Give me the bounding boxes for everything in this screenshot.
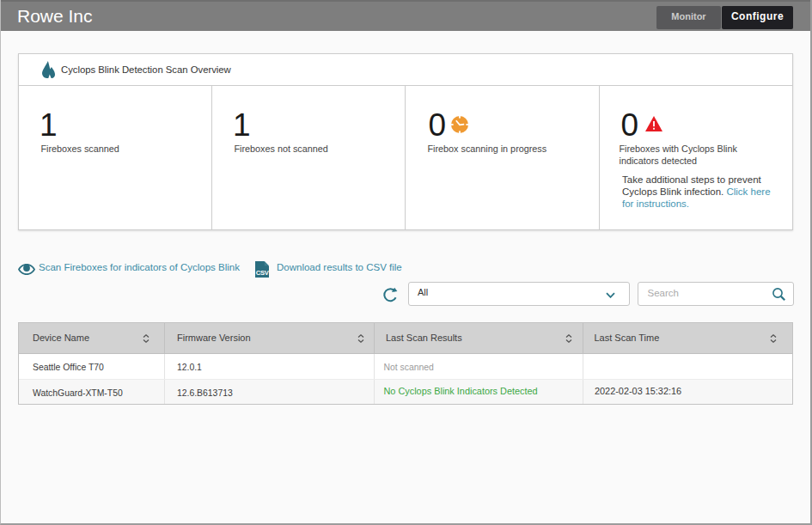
svg-text:CSV: CSV (256, 269, 269, 277)
